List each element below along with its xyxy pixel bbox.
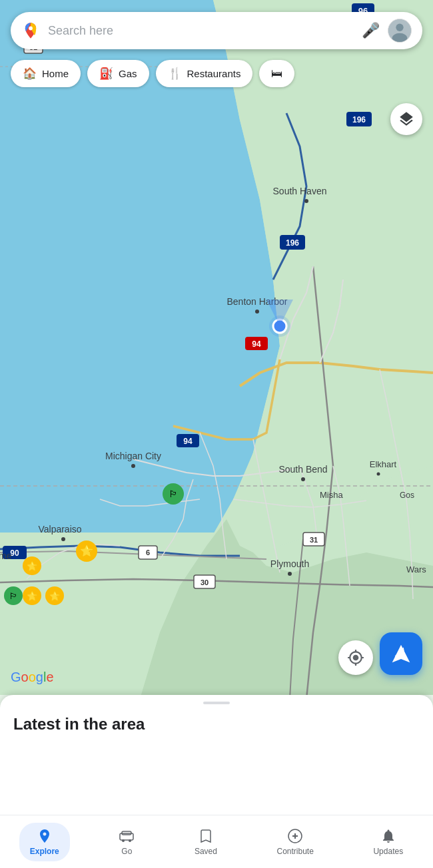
svg-text:Plymouth: Plymouth: [270, 558, 309, 569]
svg-text:South Haven: South Haven: [273, 186, 327, 196]
pill-gas[interactable]: ⛽ Gas: [87, 60, 149, 87]
svg-point-34: [61, 537, 65, 541]
go-icon: [119, 828, 135, 844]
svg-point-26: [131, 464, 135, 468]
svg-text:me: me: [0, 550, 12, 561]
svg-point-24: [255, 310, 259, 314]
explore-icon: [37, 828, 53, 844]
my-location-button[interactable]: [338, 640, 373, 675]
svg-text:Michigan City: Michigan City: [105, 451, 161, 461]
pill-gas-label: Gas: [119, 68, 137, 79]
layer-toggle-button[interactable]: [390, 103, 422, 135]
map-container[interactable]: 96 196 196 94 94 90 6 31 31 30: [0, 0, 433, 695]
svg-text:Gos: Gos: [400, 491, 414, 500]
svg-text:South Bend: South Bend: [278, 464, 327, 475]
gas-icon: ⛽: [99, 67, 113, 81]
restaurants-icon: 🍴: [168, 67, 182, 81]
updates-icon: [380, 828, 396, 844]
user-avatar[interactable]: [388, 19, 412, 43]
contribute-icon: [287, 828, 303, 844]
go-label: Go: [121, 847, 132, 856]
map-svg: 96 196 196 94 94 90 6 31 31 30: [0, 0, 433, 695]
nav-saved[interactable]: Saved: [184, 823, 228, 861]
pill-restaurants-label: Restaurants: [187, 68, 241, 79]
saved-icon: [198, 828, 214, 844]
svg-text:Wars: Wars: [406, 564, 426, 574]
nav-contribute[interactable]: Contribute: [266, 823, 324, 861]
navigate-arrow-icon: [390, 643, 412, 664]
svg-point-30: [377, 473, 380, 476]
svg-text:⭐: ⭐: [27, 560, 38, 572]
svg-text:196: 196: [352, 115, 366, 124]
google-logo: Google: [11, 670, 54, 685]
latest-in-area-title: Latest in the area: [0, 704, 433, 739]
bottom-sheet: Latest in the area Explore Go Saved: [0, 695, 433, 868]
pill-home[interactable]: 🏠 Home: [11, 60, 81, 87]
svg-text:30: 30: [201, 578, 209, 586]
svg-point-53: [29, 27, 33, 31]
nav-explore[interactable]: Explore: [19, 823, 70, 861]
svg-point-60: [129, 839, 131, 842]
svg-text:⭐: ⭐: [49, 590, 61, 602]
microphone-icon[interactable]: 🎤: [362, 22, 380, 39]
bottom-navigation: Explore Go Saved Contri: [0, 815, 433, 868]
svg-text:⭐: ⭐: [27, 590, 38, 602]
hotels-icon: 🛏: [271, 67, 282, 81]
svg-text:⭐: ⭐: [80, 544, 93, 557]
svg-text:Misha: Misha: [320, 490, 343, 500]
saved-label: Saved: [195, 847, 217, 856]
navigate-button[interactable]: [380, 632, 422, 675]
svg-text:Elkhart: Elkhart: [370, 459, 397, 469]
svg-text:31: 31: [310, 536, 318, 544]
search-bar[interactable]: Search here 🎤: [11, 12, 422, 49]
contribute-label: Contribute: [277, 847, 314, 856]
pill-hotels[interactable]: 🛏: [259, 60, 294, 87]
svg-text:6: 6: [146, 548, 150, 556]
svg-text:Valparaiso: Valparaiso: [38, 524, 81, 535]
google-maps-logo: [21, 21, 40, 40]
svg-point-36: [288, 572, 292, 576]
location-crosshair-icon: [347, 649, 364, 666]
layers-icon: [398, 110, 415, 128]
updates-label: Updates: [373, 847, 403, 856]
svg-text:196: 196: [286, 238, 299, 248]
svg-text:94: 94: [183, 437, 193, 446]
svg-point-59: [122, 839, 125, 842]
svg-text:🏳: 🏳: [9, 591, 18, 601]
home-icon: 🏠: [23, 67, 37, 81]
explore-label: Explore: [30, 847, 59, 856]
svg-point-55: [396, 24, 403, 31]
quick-access-pills: 🏠 Home ⛽ Gas 🍴 Restaurants 🛏: [11, 60, 433, 87]
svg-text:94: 94: [252, 339, 261, 349]
nav-updates[interactable]: Updates: [362, 823, 414, 861]
svg-text:🏳: 🏳: [169, 489, 178, 499]
pill-home-label: Home: [42, 68, 69, 79]
nav-go[interactable]: Go: [108, 823, 145, 861]
svg-point-28: [301, 477, 305, 481]
svg-point-22: [304, 199, 308, 203]
pill-restaurants[interactable]: 🍴 Restaurants: [156, 60, 253, 87]
search-placeholder: Search here: [48, 24, 354, 38]
